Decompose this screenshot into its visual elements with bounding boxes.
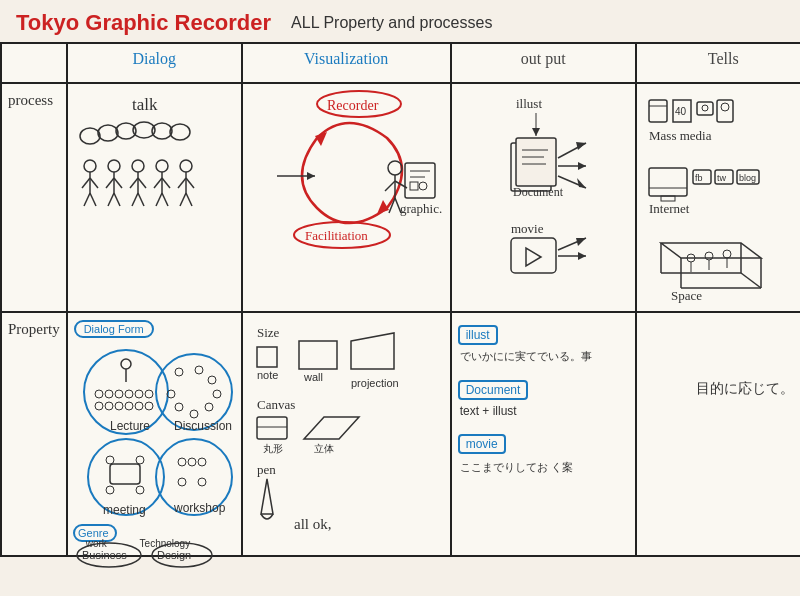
svg-text:Size: Size <box>257 325 280 340</box>
svg-text:tw: tw <box>717 173 727 183</box>
svg-line-10 <box>90 178 98 188</box>
svg-rect-71 <box>511 238 556 273</box>
svg-rect-88 <box>649 168 687 196</box>
svg-point-19 <box>132 160 144 172</box>
svg-point-31 <box>180 160 192 172</box>
svg-marker-69 <box>577 178 586 188</box>
svg-rect-161 <box>299 341 337 369</box>
process-tells-cell: 40 Mass media fb tw blog <box>636 83 800 312</box>
svg-point-126 <box>145 402 153 410</box>
svg-point-131 <box>208 376 216 384</box>
svg-text:projection: projection <box>351 377 399 389</box>
svg-line-15 <box>106 178 114 188</box>
svg-text:note: note <box>257 369 278 381</box>
svg-line-22 <box>138 178 146 188</box>
col-header-output: out put <box>451 43 636 83</box>
col-header-dialog: Dialog <box>67 43 242 83</box>
illust-label: illust <box>458 325 498 345</box>
dialog-form-label: Dialog Form <box>74 320 154 338</box>
property-viz-sketch: Size note wall projection Canvas 丸 <box>249 319 444 544</box>
property-tells-cell: 目的に応じて。 <box>636 312 800 556</box>
svg-marker-67 <box>578 162 586 170</box>
movie-output: movie ここまでりしてお く案 <box>458 434 629 475</box>
svg-line-9 <box>82 178 90 188</box>
svg-rect-159 <box>257 347 277 367</box>
svg-point-122 <box>105 402 113 410</box>
property-viz-cell: Size note wall projection Canvas 丸 <box>242 312 451 556</box>
process-dialog-sketch: talk <box>72 88 237 303</box>
svg-point-2 <box>98 125 118 141</box>
property-dialog-cell: Dialog Form Lect <box>67 312 242 556</box>
svg-point-125 <box>135 402 143 410</box>
svg-point-129 <box>175 368 183 376</box>
app-header: Tokyo Graphic Recorder ALL Property and … <box>0 0 800 42</box>
process-viz-cell: Recorder Facilitiation <box>242 83 451 312</box>
svg-marker-76 <box>578 252 586 260</box>
svg-rect-59 <box>516 138 556 186</box>
svg-text:Lecture: Lecture <box>110 419 150 433</box>
svg-point-142 <box>106 486 114 494</box>
svg-line-11 <box>84 193 90 206</box>
svg-line-28 <box>162 178 170 188</box>
svg-text:立体: 立体 <box>314 443 334 454</box>
tells-property-label: 目的に応じて。 <box>643 379 800 398</box>
svg-line-34 <box>186 178 194 188</box>
svg-text:Design: Design <box>157 549 191 561</box>
svg-rect-52 <box>410 182 418 190</box>
svg-rect-83 <box>697 102 713 115</box>
svg-text:illust: illust <box>516 96 542 111</box>
svg-line-45 <box>385 181 395 191</box>
svg-point-53 <box>419 182 427 190</box>
svg-point-119 <box>135 390 143 398</box>
svg-line-36 <box>186 193 192 206</box>
svg-text:talk: talk <box>132 95 158 114</box>
svg-text:40: 40 <box>675 106 687 117</box>
property-label: Property <box>1 312 67 556</box>
svg-point-7 <box>84 160 96 172</box>
svg-text:graphic.: graphic. <box>400 201 442 216</box>
illust-desc: でいかにに実てでいる。事 <box>460 349 629 364</box>
process-dialog-cell: talk <box>67 83 242 312</box>
svg-text:Facilitiation: Facilitiation <box>305 228 368 243</box>
svg-point-146 <box>178 458 186 466</box>
svg-line-17 <box>108 193 114 206</box>
svg-point-140 <box>106 456 114 464</box>
movie-desc: ここまでりしてお く案 <box>460 460 629 475</box>
svg-text:fb: fb <box>695 173 703 183</box>
svg-text:Recorder: Recorder <box>327 98 379 113</box>
property-dialog-sketch: Lecture Discussion <box>74 342 234 542</box>
svg-point-133 <box>205 403 213 411</box>
svg-point-13 <box>108 160 120 172</box>
svg-point-86 <box>721 103 729 111</box>
svg-text:Document: Document <box>513 185 564 199</box>
svg-marker-72 <box>526 248 541 266</box>
property-row: Property Dialog Form <box>1 312 800 556</box>
svg-point-123 <box>115 402 123 410</box>
process-output-sketch: illust Document movie <box>456 88 631 303</box>
svg-text:meeting: meeting <box>103 503 146 517</box>
svg-point-121 <box>95 402 103 410</box>
process-row: process talk <box>1 83 800 312</box>
svg-marker-56 <box>307 172 315 180</box>
process-label: process <box>1 83 67 312</box>
svg-rect-165 <box>257 417 287 439</box>
svg-rect-79 <box>649 100 667 122</box>
svg-line-12 <box>90 193 96 206</box>
svg-text:all ok,: all ok, <box>294 516 332 532</box>
document-sub: text + illust <box>460 404 629 418</box>
process-tells-sketch: 40 Mass media fb tw blog <box>641 88 800 303</box>
process-output-cell: illust Document movie <box>451 83 636 312</box>
svg-point-25 <box>156 160 168 172</box>
svg-line-18 <box>114 193 120 206</box>
svg-point-1 <box>80 128 100 144</box>
svg-marker-74 <box>576 238 586 246</box>
app-title: Tokyo Graphic Recorder <box>16 10 271 36</box>
svg-point-148 <box>198 458 206 466</box>
svg-point-43 <box>388 161 402 175</box>
svg-point-116 <box>105 390 113 398</box>
svg-line-33 <box>178 178 186 188</box>
svg-line-24 <box>138 193 144 206</box>
svg-point-107 <box>705 252 713 260</box>
svg-text:Business: Business <box>82 549 127 561</box>
svg-line-35 <box>180 193 186 206</box>
